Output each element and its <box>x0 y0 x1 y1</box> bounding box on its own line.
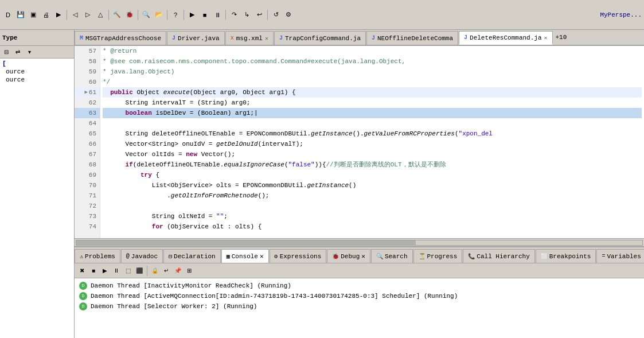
step-console-btn[interactable]: ⬚ <box>123 266 133 276</box>
line-69: 69 <box>75 170 100 180</box>
code-line-72 <box>103 201 642 211</box>
help-btn[interactable]: ? <box>170 9 181 21</box>
pause-console-btn[interactable]: ⏸ <box>111 266 122 276</box>
tab-debug[interactable]: 🐞 Debug ✕ <box>327 249 370 263</box>
tab-search[interactable]: 🔍 Search <box>371 249 413 263</box>
sep4 <box>167 10 167 20</box>
sep5 <box>184 10 184 20</box>
line-67: 67 <box>75 149 100 160</box>
start-btn[interactable]: ▶ <box>186 9 198 21</box>
close-debug-icon[interactable]: ✕ <box>361 252 365 260</box>
build-btn[interactable]: 🔨 <box>111 9 123 21</box>
stop-btn[interactable]: ■ <box>199 9 210 21</box>
editor-content: 57 58 59 60 ▶ 61 62 63 64 65 66 67 68 69… <box>75 46 644 238</box>
tab-variables[interactable]: = Variables <box>596 249 644 263</box>
tab-driver[interactable]: J Driver.java <box>167 31 225 45</box>
close-icon-3[interactable]: ✕ <box>265 35 268 42</box>
clear-console-btn[interactable]: ✖ <box>77 266 87 276</box>
tab-msgtrap[interactable]: M MSGTrapAddressChoose <box>75 31 166 45</box>
tab-overflow[interactable]: +10 <box>553 34 569 41</box>
line-66: 66 <box>75 139 100 149</box>
terminate-btn[interactable]: ■ <box>88 266 99 276</box>
stop-console-btn[interactable]: ⬛ <box>134 266 145 276</box>
run-console-btn[interactable]: ▶ <box>100 266 110 276</box>
tab-breakpoints[interactable]: ⬜ Breakpoints <box>536 249 596 263</box>
perspective-label[interactable]: MyPerspe... <box>600 11 642 18</box>
tab-declaration[interactable]: ⊟ Declaration <box>163 249 221 263</box>
code-line-65: String deleteOfflineOLTEnable = EPONComm… <box>103 129 642 139</box>
debug-run-btn[interactable]: 🐞 <box>124 9 135 21</box>
collapse-all-btn[interactable]: ⊟ <box>1 47 11 57</box>
sidebar-item-2[interactable]: ource <box>1 68 73 76</box>
extra-btn[interactable]: ⚙ <box>283 9 294 21</box>
word-wrap-btn[interactable]: ↵ <box>161 266 171 276</box>
search-label: Search <box>385 253 408 260</box>
hscroll-thumb[interactable] <box>76 240 416 245</box>
view-menu-btn[interactable]: ▾ <box>24 47 34 57</box>
line-73: 73 <box>75 211 100 222</box>
tab-bar: M MSGTrapAddressChoose J Driver.java x m… <box>75 30 644 46</box>
line-59: 59 <box>75 67 100 77</box>
line-74: 74 <box>75 222 100 232</box>
editor-hscroll <box>75 238 644 246</box>
variables-icon: = <box>602 253 605 259</box>
tab-progress[interactable]: ⏳ Progress <box>413 249 463 263</box>
step-into-btn[interactable]: ↳ <box>241 9 252 21</box>
problems-icon: ⚠ <box>80 253 83 260</box>
tab-problems[interactable]: ⚠ Problems <box>75 249 120 263</box>
hscroll-track[interactable] <box>76 240 643 246</box>
step-over-btn[interactable]: ↷ <box>228 9 240 21</box>
new-btn[interactable]: D <box>2 9 14 21</box>
pause-btn[interactable]: ⏸ <box>212 9 223 21</box>
tab-icon-2: J <box>172 35 175 41</box>
save-all-btn[interactable]: ▣ <box>28 9 39 21</box>
line-57: 57 <box>75 46 100 56</box>
save-btn[interactable]: 💾 <box>15 9 26 21</box>
code-line-59: * java.lang.Object) <box>103 67 642 77</box>
link-editor-btn[interactable]: ⇄ <box>13 47 23 57</box>
line-61: ▶ 61 <box>75 87 100 98</box>
expressions-icon: ⚙ <box>275 253 278 260</box>
tab-javadoc[interactable]: @ Javadoc <box>121 249 163 263</box>
pin-btn[interactable]: 📌 <box>173 266 183 276</box>
tab-deleteres[interactable]: J DeleteResCommand.ja ✕ <box>459 31 552 45</box>
console-line-2: D Daemon Thread [ActiveMQConnection[ID:a… <box>79 291 639 301</box>
back-btn[interactable]: ◁ <box>69 9 81 21</box>
console-icon: ▦ <box>227 253 230 260</box>
editor-area: M MSGTrapAddressChoose J Driver.java x m… <box>75 30 644 338</box>
line-63: 63 <box>75 108 100 118</box>
tab-expressions[interactable]: ⚙ Expressions <box>270 249 327 263</box>
console-text-2: Daemon Thread [ActiveMQConnection[ID:adm… <box>91 291 458 301</box>
call-hierarchy-icon: 📞 <box>468 253 475 260</box>
expressions-label: Expressions <box>280 253 322 260</box>
open-console-btn[interactable]: ⊞ <box>184 266 194 276</box>
tab-console[interactable]: ▦ Console ✕ <box>221 249 269 263</box>
sidebar-item-3[interactable]: ource <box>1 76 73 84</box>
step-return-btn[interactable]: ↩ <box>253 9 265 21</box>
tab-msg[interactable]: x msg.xml ✕ <box>225 31 274 45</box>
tab-icon-3: x <box>231 35 234 41</box>
up-btn[interactable]: △ <box>95 9 106 21</box>
close-console-icon[interactable]: ✕ <box>260 252 264 260</box>
sidebar-item-1[interactable]: [ <box>1 60 73 68</box>
tab-neoffline[interactable]: J NEOfflineDeleteComma <box>366 31 458 45</box>
tab-trapconfig[interactable]: J TrapConfigCommand.ja <box>274 31 366 45</box>
close-icon-6[interactable]: ✕ <box>544 34 547 41</box>
code-line-68: if(deleteOfflineOLTEnable.equalsIgnoreCa… <box>103 160 642 170</box>
refresh-btn[interactable]: ↺ <box>270 9 282 21</box>
print-btn[interactable]: 🖨 <box>40 9 52 21</box>
tab-label-5: NEOfflineDeleteComma <box>377 35 453 42</box>
forward-btn[interactable]: ▷ <box>82 9 93 21</box>
scroll-lock-btn[interactable]: 🔒 <box>150 266 160 276</box>
main-container: Type ⊟ ⇄ ▾ [ ource ource M MSGTrapAddres… <box>0 30 644 338</box>
line-60: 60 <box>75 77 100 87</box>
tab-call-hierarchy[interactable]: 📞 Call Hierarchy <box>463 249 534 263</box>
code-area[interactable]: * @return * @see com.raisecom.nms.compon… <box>100 46 644 238</box>
run-btn[interactable]: ▶ <box>53 9 64 21</box>
line-68: 68 <box>75 160 100 170</box>
tab-label-2: Driver.java <box>178 35 220 42</box>
search-btn[interactable]: 🔍 <box>140 9 152 21</box>
line-64: 64 <box>75 118 100 129</box>
open-btn[interactable]: 📂 <box>153 9 165 21</box>
code-line-62: String intervalT = (String) arg0; <box>103 98 642 108</box>
